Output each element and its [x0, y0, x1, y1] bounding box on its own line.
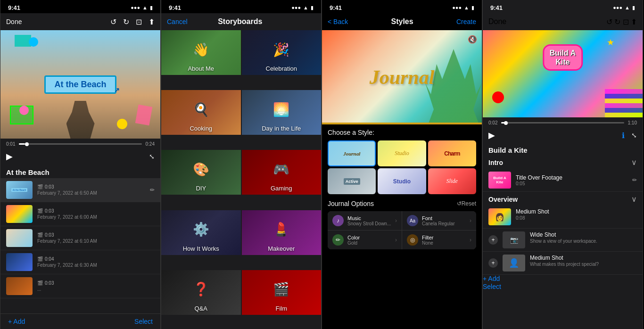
clip-thumb-bottom — [6, 277, 33, 295]
storyboard-film[interactable]: 🎬 Film — [242, 270, 322, 315]
journal-style-label: Journal — [343, 151, 360, 156]
style-charm[interactable]: Charm — [428, 140, 476, 166]
storyboard-cooking[interactable]: 🍳 Cooking — [161, 90, 241, 135]
expand-button[interactable]: ⤡ — [631, 132, 637, 139]
day-icon: 🌅 — [273, 102, 289, 117]
clip-meta: 🎬 0:04 — [37, 256, 155, 262]
star-icon: ★ — [607, 37, 614, 48]
style-journal[interactable]: Journal — [328, 140, 376, 166]
project-title: Build a Kite — [483, 143, 643, 155]
storyboard-qa[interactable]: ❓ Q&A — [161, 270, 241, 315]
clip-item[interactable]: 🎬 0:03 February 7, 2022 at 6:10 AM — [0, 226, 160, 250]
phone4-playback-bar: ▶ ℹ ⤡ — [483, 128, 643, 143]
font-option[interactable]: Aa Font Canela Regular › — [402, 211, 476, 230]
style-studio[interactable]: Studio — [378, 140, 426, 166]
wifi-icon: ▲ — [464, 5, 469, 10]
clip-info: 🎬 0:03 ... — [37, 280, 155, 292]
share-icon[interactable]: ⬆ — [149, 17, 155, 26]
options-section: Journal Options ↺Reset ♪ Music Snowy Str… — [322, 196, 482, 253]
done-button[interactable]: Done — [6, 18, 22, 25]
wide-shot-clip[interactable]: + 📷 Wide Shot Show a view of your worksp… — [483, 229, 643, 252]
diy-icon: 🎨 — [193, 162, 209, 177]
chevron-down-icon[interactable]: ∨ — [631, 158, 637, 167]
done-button[interactable]: Done — [488, 17, 506, 26]
storyboard-how-it-works[interactable]: ⚙️ How It Works — [161, 210, 241, 255]
select-button[interactable]: Select — [134, 318, 153, 325]
storyboard-makeover[interactable]: 💄 Makeover — [242, 210, 322, 255]
film-icon: 🎬 — [273, 281, 289, 297]
music-option[interactable]: ♪ Music Snowy Stroll Down... › — [328, 211, 402, 230]
makeover-icon: 💄 — [273, 222, 289, 237]
info-icon[interactable]: ℹ — [622, 131, 625, 140]
phone3-status-bar: 9:41 ●●● ▲ ▮ — [322, 0, 482, 13]
storyboard-day-in-life[interactable]: 🌅 Day in the Life — [242, 90, 322, 135]
undo-icon[interactable]: ↺ — [110, 17, 116, 26]
play-button[interactable]: ▶ — [488, 130, 495, 140]
music-label: Music — [347, 215, 391, 221]
share-icon[interactable]: ⬆ — [631, 18, 637, 26]
style-slide[interactable]: Slide — [428, 168, 476, 194]
storyboard-about-me[interactable]: 👋 About Me — [161, 30, 241, 75]
clip-meta: 🎬 0:03 — [37, 184, 145, 189]
frame-icon[interactable]: ⊡ — [623, 18, 629, 26]
storyboard-gaming[interactable]: 🎮 Gaming — [242, 150, 322, 195]
clip-thumb-beach: At the Beach — [6, 181, 33, 199]
option-text: Filter None — [422, 235, 466, 246]
play-button[interactable]: ▶ — [6, 151, 13, 162]
style-grid: Journal Studio Charm Active Studio Slide — [322, 139, 482, 196]
storyboard-celebration[interactable]: 🎉 Celebration — [242, 30, 322, 75]
clip-duration: 0:03 — [45, 208, 54, 214]
progress-bar[interactable] — [19, 143, 141, 145]
plus-icon[interactable]: + — [488, 235, 498, 245]
clip-info: 🎬 0:03 February 7, 2022 at 6:00 AM — [37, 208, 155, 220]
font-value: Canela Regular — [422, 221, 466, 226]
progress-bar[interactable] — [501, 122, 624, 123]
storyboard-label: Gaming — [268, 182, 295, 195]
back-button[interactable]: < Back — [328, 18, 348, 25]
journal-title: Journal — [370, 66, 435, 89]
clip-thumb-colorful — [6, 205, 33, 223]
frame-icon[interactable]: ⊡ — [136, 17, 142, 26]
redo-icon[interactable]: ↻ — [614, 18, 620, 26]
expand-button[interactable]: ⤡ — [149, 153, 155, 160]
sound-icon[interactable]: 🔇 — [468, 35, 477, 44]
clip-item[interactable]: 🎬 0:03 ... — [0, 274, 160, 298]
plus-icon[interactable]: + — [488, 258, 498, 268]
options-title: Journal Options — [328, 200, 374, 207]
style-active[interactable]: Active — [328, 168, 376, 194]
battery-icon: ▮ — [471, 5, 474, 11]
edit-icon[interactable]: ✏ — [632, 177, 637, 183]
medium-shot-2-clip[interactable]: + 👤 Medium Shot What makes this project … — [483, 252, 643, 275]
cancel-button[interactable]: Cancel — [167, 18, 188, 25]
title-over-footage-clip[interactable]: Build A Kite Title Over Footage 0:05 ✏ — [483, 169, 643, 192]
storyboard-diy[interactable]: 🎨 DIY — [161, 150, 241, 195]
undo-icon[interactable]: ↺ — [606, 18, 612, 26]
phone1-time: 9:41 — [8, 4, 20, 11]
add-button[interactable]: + Add — [483, 275, 643, 282]
clip-item[interactable]: 🎬 0:04 February 7, 2022 at 6:30 AM — [0, 250, 160, 274]
style-studio2[interactable]: Studio — [378, 168, 426, 194]
phone2-storyboards: 9:41 ●●● ▲ ▮ Cancel Storyboards 👋 About … — [161, 0, 322, 329]
phone1-toolbar: Done ↺ ↻ ⊡ ⬆ — [0, 13, 160, 30]
edit-icon[interactable]: ✏ — [150, 187, 155, 193]
redo-icon[interactable]: ↻ — [123, 17, 129, 26]
playback-extras: ℹ ⤡ — [622, 131, 637, 140]
add-button[interactable]: + Add — [8, 318, 25, 325]
phone2-status-bar: 9:41 ●●● ▲ ▮ — [161, 0, 321, 13]
medium-shot-clip[interactable]: 👩 Medium Shot 0:08 — [483, 206, 643, 229]
clip-sub: 0:05 — [516, 181, 627, 186]
clip-thumb: At the Beach — [6, 181, 33, 199]
wifi-icon: ▲ — [303, 5, 308, 10]
studio-style-label: Studio — [395, 150, 409, 157]
cursor-icon: ↗ — [114, 86, 120, 94]
clip-item[interactable]: At the Beach 🎬 0:03 February 7, 2022 at … — [0, 178, 160, 202]
filter-option[interactable]: ◎ Filter None › — [402, 230, 476, 249]
clip-item[interactable]: 🎬 0:03 February 7, 2022 at 6:00 AM — [0, 202, 160, 226]
chevron-down-icon[interactable]: ∨ — [631, 195, 637, 204]
camera-thumb: 📷 — [503, 231, 525, 248]
color-option[interactable]: ✏ Color Gold › — [328, 230, 402, 249]
deco-blue-circle — [29, 37, 38, 47]
reset-button[interactable]: ↺Reset — [457, 200, 476, 207]
create-button[interactable]: Create — [456, 18, 476, 25]
select-button[interactable]: Select — [483, 283, 501, 290]
